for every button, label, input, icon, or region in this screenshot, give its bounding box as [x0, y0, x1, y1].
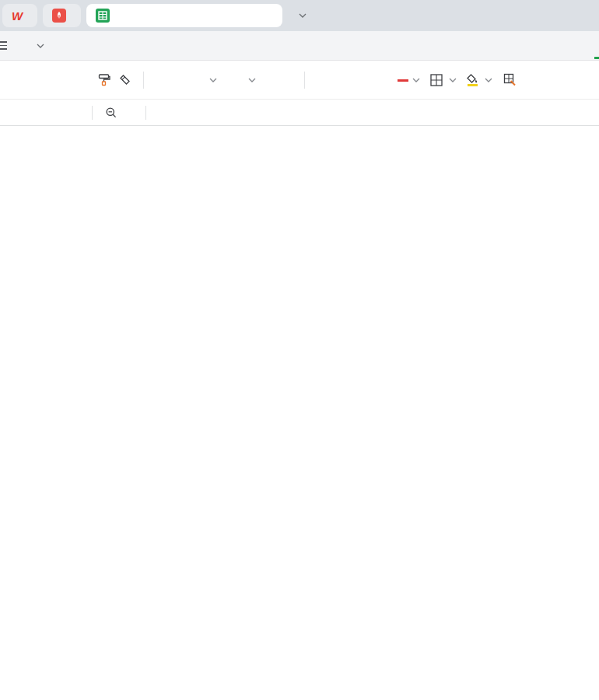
eraser-button[interactable]: [114, 70, 135, 89]
window-tab-sheet-active[interactable]: [86, 4, 282, 27]
borders-icon: [430, 74, 443, 86]
formatting-toolbar: [0, 61, 599, 100]
redo-button[interactable]: [86, 77, 93, 83]
chevron-down-icon: [248, 78, 256, 82]
spreadsheet-icon: [96, 9, 110, 23]
chevron-down-icon: [209, 78, 217, 82]
ribbon-tab-underline: [594, 57, 599, 59]
bold-button[interactable]: [319, 77, 327, 83]
window-tab-docer[interactable]: [43, 4, 81, 27]
ribbon-tab-home[interactable]: [591, 31, 599, 61]
tab-list-chevron-icon[interactable]: [299, 13, 307, 18]
format-painter-icon: [97, 73, 110, 86]
italic-button[interactable]: [339, 77, 347, 83]
increase-font-button[interactable]: [262, 77, 270, 83]
fill-color-button[interactable]: [463, 71, 482, 89]
cell-styles-button[interactable]: [503, 73, 520, 86]
underline-button[interactable]: [359, 77, 367, 83]
close-tab-icon[interactable]: [267, 14, 276, 17]
formula-input[interactable]: [146, 100, 599, 125]
toolbar-divider: [304, 72, 305, 89]
undo-button[interactable]: [78, 77, 86, 83]
formula-bar-divider: [92, 106, 93, 120]
font-color-swatch: [398, 79, 408, 82]
font-size-select[interactable]: [229, 78, 256, 82]
fill-color-swatch: [468, 84, 478, 86]
format-painter-button[interactable]: [93, 70, 114, 89]
document-title-bar: [0, 31, 599, 61]
fill-bucket-icon: [467, 74, 478, 83]
cell-styles-icon: [503, 73, 517, 86]
wps-spreadsheet-window: W: [0, 0, 599, 700]
window-tab-wps-office[interactable]: W: [2, 4, 37, 27]
decrease-font-button[interactable]: [282, 77, 290, 83]
strikethrough-button[interactable]: [380, 77, 387, 83]
eraser-icon: [118, 73, 131, 86]
menu-icon[interactable]: [0, 39, 7, 52]
font-name-select[interactable]: [153, 78, 217, 82]
zoom-out-icon[interactable]: [105, 107, 117, 119]
window-tab-bar: W: [0, 0, 599, 31]
toolbar-divider: [143, 72, 144, 89]
sheet-grid: [0, 126, 599, 700]
borders-chevron-icon[interactable]: [449, 78, 457, 82]
formula-bar: [0, 100, 599, 126]
wps-logo-icon: W: [12, 9, 23, 23]
font-color-button[interactable]: [394, 75, 412, 85]
font-color-chevron-icon[interactable]: [412, 78, 420, 82]
docer-logo-icon: [52, 9, 66, 23]
fill-color-chevron-icon[interactable]: [485, 78, 492, 82]
borders-button[interactable]: [426, 71, 447, 89]
title-chevron-icon[interactable]: [37, 44, 44, 48]
